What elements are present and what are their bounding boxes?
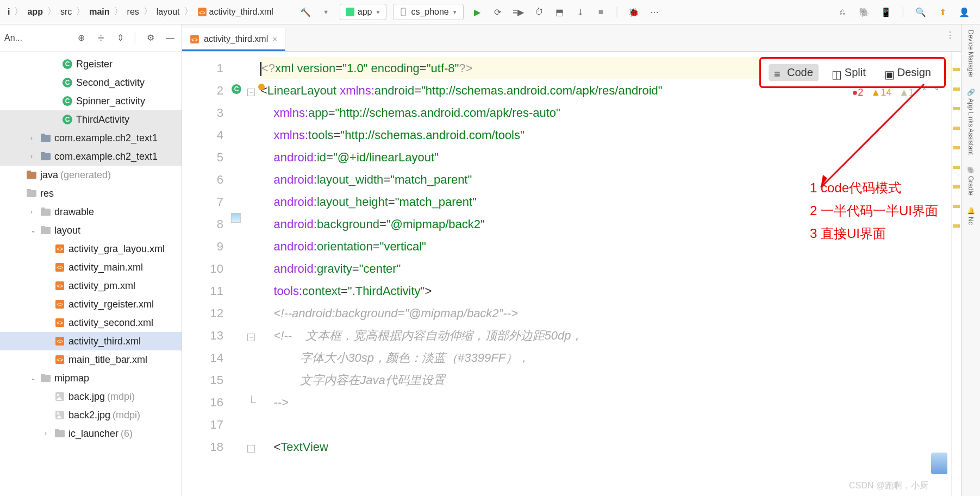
- tree-item[interactable]: <>activity_gra_layou.xml: [0, 240, 182, 258]
- svg-text:<>: <>: [57, 265, 63, 271]
- attach-icon[interactable]: ⤓: [573, 5, 588, 19]
- expand-icon[interactable]: ≑: [93, 31, 108, 45]
- device-dropdown[interactable]: cs_phone▼: [393, 4, 463, 20]
- avd-icon[interactable]: 📱: [879, 5, 893, 19]
- code-mode-button[interactable]: ≡Code: [769, 64, 819, 81]
- debug-small-icon[interactable]: ⬒: [553, 5, 567, 19]
- bc-file[interactable]: <>activity_third.xml: [194, 5, 277, 19]
- svg-text:<>: <>: [57, 338, 63, 344]
- gutter-marks[interactable]: C: [231, 52, 247, 496]
- svg-text:<>: <>: [57, 283, 63, 289]
- pkg-icon: [40, 151, 51, 162]
- tree-item[interactable]: back2.jpg(mdpi): [0, 406, 182, 424]
- img-icon: [54, 391, 65, 402]
- sync-icon[interactable]: 🐘: [857, 5, 871, 19]
- tree-item[interactable]: CSecond_activity: [0, 73, 182, 92]
- svg-text:<>: <>: [57, 246, 63, 252]
- module-dropdown[interactable]: app▼: [340, 4, 387, 20]
- design-mode-button[interactable]: ▣Design: [879, 64, 937, 81]
- tree-item[interactable]: <>activity_third.xml: [0, 332, 182, 350]
- debug-icon[interactable]: 🐞: [627, 5, 641, 19]
- svg-point-43: [57, 412, 59, 415]
- svg-text:C: C: [65, 97, 70, 105]
- svg-point-41: [57, 394, 59, 396]
- svg-rect-13: [41, 134, 45, 136]
- stop-icon[interactable]: ■: [594, 5, 608, 19]
- tree-item[interactable]: <>activity_rgeister.xml: [0, 295, 182, 313]
- rail-device-manager[interactable]: Device Manager: [967, 30, 975, 77]
- bc-app[interactable]: app: [24, 5, 46, 18]
- svg-rect-3: [401, 8, 405, 16]
- search-icon[interactable]: 🔍: [914, 5, 928, 19]
- more-icon[interactable]: ⋯: [647, 5, 661, 19]
- rail-app-links[interactable]: 🔗App Links Assistant: [967, 88, 975, 155]
- tree-item[interactable]: CRgeister: [0, 55, 182, 73]
- tree-item[interactable]: ›com.example.ch2_text1: [0, 129, 182, 147]
- xml-icon: <>: [54, 354, 65, 365]
- folder-icon: [54, 428, 65, 439]
- chevron-down-icon[interactable]: ˅: [934, 86, 939, 98]
- sidebar-title: An...: [4, 33, 68, 43]
- c-icon: C: [62, 77, 73, 88]
- tree-item[interactable]: ›ic_launcher(6): [0, 424, 182, 443]
- tab-activity-third[interactable]: <> activity_third.xml ×: [182, 28, 285, 51]
- tree-item[interactable]: java(generated): [0, 166, 182, 184]
- rail-gradle[interactable]: 🐘Gradle: [967, 166, 975, 196]
- collapse-icon[interactable]: ⇕: [113, 31, 127, 45]
- svg-rect-19: [27, 189, 31, 191]
- tree-item[interactable]: ›com.example.ch2_text1: [0, 147, 182, 166]
- tree-item[interactable]: CSpinner_activity: [0, 92, 182, 110]
- annotation-text: 1 code代码模式 2 一半代码一半UI界面 3 直接UI界面: [810, 177, 938, 245]
- git-icon[interactable]: ⎌: [835, 5, 850, 19]
- project-sidebar: An... ⊕ ≑ ⇕ │ ⚙ — CRgeisterCSecond_activ…: [0, 24, 182, 496]
- rail-notifications[interactable]: 🔔Nc: [967, 206, 975, 225]
- xml-icon: <>: [54, 336, 65, 347]
- fold-gutter[interactable]: −−└−: [247, 52, 260, 496]
- svg-line-50: [821, 84, 924, 187]
- hide-icon[interactable]: —: [163, 31, 177, 45]
- svg-text:C: C: [234, 85, 239, 93]
- tabs-menu-icon[interactable]: ⋮: [946, 30, 954, 40]
- tree-item[interactable]: res: [0, 184, 182, 203]
- pkg-icon: [40, 133, 51, 143]
- bc-src[interactable]: src: [57, 5, 75, 18]
- refresh-icon[interactable]: ⟳: [491, 5, 505, 19]
- xml-icon: <>: [54, 262, 65, 273]
- tree-item[interactable]: <>activity_main.xml: [0, 258, 182, 277]
- hammer-icon[interactable]: 🔨: [298, 5, 313, 19]
- tree-item[interactable]: <>main_title_bar.xml: [0, 350, 182, 369]
- tree-item[interactable]: ⌄layout: [0, 221, 182, 240]
- breadcrumb: i〉 app〉 src〉 main〉 res〉 layout〉 <>activi…: [4, 5, 277, 19]
- target-icon[interactable]: ⊕: [74, 31, 88, 45]
- coverage-icon[interactable]: ≡▶: [511, 5, 526, 19]
- tree-item[interactable]: <>activity_pm.xml: [0, 277, 182, 295]
- tree-item[interactable]: back.jpg(mdpi): [0, 387, 182, 406]
- line-gutter[interactable]: 123456789101112131415161718: [182, 52, 231, 496]
- bc-res[interactable]: res: [124, 5, 142, 18]
- run-icon[interactable]: ▶: [470, 5, 484, 19]
- tree-item[interactable]: ⌄mipmap: [0, 369, 182, 387]
- dropdown-arrow-icon[interactable]: ▼: [319, 5, 333, 19]
- bc-layout[interactable]: layout: [153, 5, 183, 18]
- tree-item[interactable]: <>activity_second.xml: [0, 313, 182, 332]
- svg-text:C: C: [65, 116, 70, 123]
- split-mode-button[interactable]: ◫Split: [826, 64, 871, 81]
- svg-text:<>: <>: [199, 10, 205, 16]
- close-icon[interactable]: ×: [272, 34, 277, 43]
- device-indicator-icon[interactable]: [931, 453, 947, 474]
- c-icon: C: [62, 96, 73, 106]
- tree-item[interactable]: CThirdActivity: [0, 110, 182, 129]
- updates-icon[interactable]: ⬆: [935, 5, 950, 19]
- img-icon: [54, 410, 65, 420]
- profile-icon[interactable]: ⏱: [532, 5, 546, 19]
- bc-main[interactable]: main: [86, 5, 113, 18]
- bc-i[interactable]: i: [4, 5, 13, 18]
- svg-text:C: C: [65, 79, 70, 86]
- tree-item[interactable]: ›drawable: [0, 203, 182, 221]
- account-icon[interactable]: 👤: [957, 5, 971, 19]
- folder-icon: [40, 373, 51, 384]
- scroll-marks[interactable]: [951, 52, 961, 496]
- project-tree[interactable]: CRgeisterCSecond_activityCSpinner_activi…: [0, 52, 182, 496]
- svg-text:<>: <>: [57, 302, 63, 307]
- gear-icon[interactable]: ⚙: [143, 31, 158, 45]
